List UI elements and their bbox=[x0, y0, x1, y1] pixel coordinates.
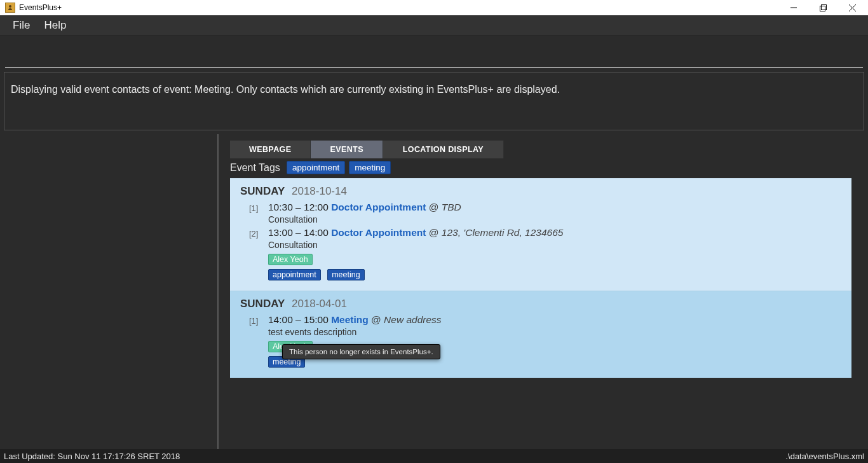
event-description: test events description bbox=[268, 327, 841, 337]
main-content: WEBPAGE EVENTS LOCATION DISPLAY Event Ta… bbox=[0, 134, 868, 449]
window-title: EventsPlus+ bbox=[19, 3, 62, 12]
close-icon bbox=[849, 4, 856, 11]
event-title: Doctor Appointment bbox=[331, 227, 426, 238]
event-start: 10:30 bbox=[268, 202, 293, 212]
event-at: @ bbox=[371, 314, 381, 325]
person-pill[interactable]: Alex Yeoh bbox=[268, 254, 313, 265]
event-location: 123, 'Clementi Rd, 1234665 bbox=[442, 227, 564, 238]
event-index: [1] bbox=[249, 204, 262, 225]
event-location: TBD bbox=[442, 202, 461, 212]
event-dash: – bbox=[295, 314, 301, 325]
svg-rect-3 bbox=[821, 4, 826, 10]
tab-location-display[interactable]: LOCATION DISPLAY bbox=[383, 141, 504, 158]
minimize-icon bbox=[790, 4, 797, 11]
app-window: EventsPlus+ File Help Displaying valid e… bbox=[0, 0, 868, 463]
day-date: 2018-10-14 bbox=[292, 185, 347, 197]
day-header: SUNDAY 2018-04-01 bbox=[240, 298, 841, 310]
tag-pill[interactable]: appointment bbox=[268, 269, 321, 280]
event-start: 14:00 bbox=[268, 314, 293, 325]
event-body: 10:30 – 12:00 Doctor Appointment @ TBD C… bbox=[268, 202, 841, 225]
event-end: 12:00 bbox=[304, 202, 329, 212]
menu-help[interactable]: Help bbox=[37, 17, 72, 34]
titlebar: EventsPlus+ bbox=[0, 0, 868, 15]
event-location: New address bbox=[384, 314, 441, 325]
event-index: [1] bbox=[249, 316, 262, 368]
event-title: Doctor Appointment bbox=[331, 202, 426, 212]
app-icon bbox=[5, 3, 15, 13]
svg-point-0 bbox=[9, 5, 11, 8]
day-of-week: SUNDAY bbox=[240, 298, 285, 310]
status-last-updated: Last Updated: Sun Nov 11 17:17:26 SRET 2… bbox=[4, 452, 180, 461]
event-dash: – bbox=[295, 227, 301, 238]
tooltip: This person no longer exists in EventsPl… bbox=[282, 344, 440, 359]
left-panel bbox=[0, 134, 219, 449]
event-start: 13:00 bbox=[268, 227, 293, 238]
tag-pill[interactable]: appointment bbox=[287, 161, 345, 174]
event-dash: – bbox=[295, 202, 301, 212]
event-title: Meeting bbox=[331, 314, 369, 325]
minimize-button[interactable] bbox=[779, 0, 808, 15]
event-index: [2] bbox=[249, 229, 262, 280]
event-tags: appointment meeting bbox=[268, 268, 841, 280]
event-end: 15:00 bbox=[304, 314, 329, 325]
status-file-path: .\data\eventsPlus.xml bbox=[785, 452, 864, 461]
result-message: Displaying valid event contacts of event… bbox=[11, 84, 560, 95]
close-button[interactable] bbox=[837, 0, 867, 15]
maximize-icon bbox=[820, 4, 827, 11]
day-group: SUNDAY 2018-04-01 [1] 14:00 – 15:00 Meet… bbox=[230, 291, 851, 378]
tab-webpage[interactable]: WEBPAGE bbox=[230, 141, 311, 158]
menubar: File Help bbox=[0, 15, 868, 36]
tab-events[interactable]: EVENTS bbox=[311, 141, 383, 158]
divider bbox=[5, 67, 863, 68]
day-date: 2018-04-01 bbox=[292, 298, 347, 310]
maximize-button[interactable] bbox=[808, 0, 837, 15]
event-row[interactable]: [1] 14:00 – 15:00 Meeting @ New address … bbox=[249, 314, 841, 368]
result-message-box: Displaying valid event contacts of event… bbox=[4, 72, 864, 130]
command-input[interactable] bbox=[5, 37, 863, 67]
event-body: 13:00 – 14:00 Doctor Appointment @ 123, … bbox=[268, 227, 841, 280]
day-of-week: SUNDAY bbox=[240, 185, 285, 197]
svg-rect-2 bbox=[820, 6, 825, 11]
event-row[interactable]: [2] 13:00 – 14:00 Doctor Appointment @ 1… bbox=[249, 227, 841, 280]
event-tags-row: Event Tags appointment meeting bbox=[230, 161, 851, 174]
right-panel: WEBPAGE EVENTS LOCATION DISPLAY Event Ta… bbox=[219, 134, 868, 449]
tag-pill[interactable]: meeting bbox=[327, 269, 364, 280]
day-group: SUNDAY 2018-10-14 [1] 10:30 – 12:00 Doct… bbox=[230, 178, 851, 291]
day-header: SUNDAY 2018-10-14 bbox=[240, 185, 841, 198]
event-at: @ bbox=[429, 227, 439, 238]
tag-pill[interactable]: meeting bbox=[349, 161, 391, 174]
event-body: 14:00 – 15:00 Meeting @ New address test… bbox=[268, 314, 841, 368]
statusbar: Last Updated: Sun Nov 11 17:17:26 SRET 2… bbox=[0, 449, 868, 463]
event-row[interactable]: [1] 10:30 – 12:00 Doctor Appointment @ T… bbox=[249, 202, 841, 225]
tabs: WEBPAGE EVENTS LOCATION DISPLAY bbox=[230, 141, 851, 158]
event-description: Consultation bbox=[268, 240, 841, 250]
menu-file[interactable]: File bbox=[6, 17, 36, 34]
event-end: 14:00 bbox=[304, 227, 329, 238]
event-at: @ bbox=[429, 202, 439, 212]
event-tags-label: Event Tags bbox=[230, 162, 280, 174]
event-description: Consultation bbox=[268, 214, 841, 225]
command-area bbox=[0, 36, 868, 67]
event-people: Alex Yeoh bbox=[268, 252, 841, 265]
